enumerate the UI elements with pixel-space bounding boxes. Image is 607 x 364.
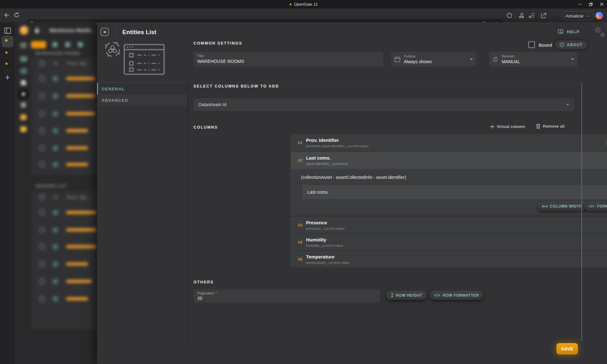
entity-widget-icon xyxy=(104,40,121,58)
back-icon[interactable] xyxy=(3,12,10,19)
virtual-column-button[interactable]: Virtual column xyxy=(490,124,525,129)
virtual-column-label: Virtual column xyxy=(497,124,525,129)
help-button[interactable]: ? HELP xyxy=(557,29,580,34)
pagination-value: 20 xyxy=(197,296,376,301)
copilot-icon[interactable] xyxy=(596,12,603,19)
required-mark: * xyxy=(216,291,217,295)
row-height-icon xyxy=(391,293,394,298)
select-columns-heading: SELECT COLUMNS BELOW TO ADD xyxy=(193,84,279,88)
remove-all-button[interactable]: Remove all xyxy=(536,124,565,129)
blurred-nav-icon xyxy=(19,90,28,99)
save-button[interactable]: SAVE xyxy=(556,343,578,355)
row-height-button[interactable]: ROW HEIGHT xyxy=(386,291,427,300)
column-card-4[interactable]: #4 Humidity humidity._current.value × xyxy=(291,234,607,250)
share-icon[interactable] xyxy=(540,12,547,19)
header-divider xyxy=(115,27,116,37)
formatter-tool-button[interactable]: </> FORMATTER TOOL xyxy=(584,202,607,211)
columns-heading: COLUMNS xyxy=(193,125,218,130)
about-label: ABOUT xyxy=(567,43,583,47)
column-title: Humidity xyxy=(306,237,343,242)
column-width-label: COLUMN WIDTH xyxy=(550,204,582,209)
screen: OpenGate 12 https://www.opengate.es/work… xyxy=(0,0,607,364)
workspace-title: Warehouse Workb... xyxy=(49,27,95,33)
code-icon: </> xyxy=(589,204,595,209)
column-card-5[interactable]: #5 Temperature temperature._current.valu… xyxy=(291,251,607,267)
toolbar-field[interactable]: Toolbar Always shown xyxy=(391,52,476,67)
refresh-caret-icon xyxy=(571,58,574,60)
sidebar-toggle-icon[interactable] xyxy=(4,27,11,34)
code-icon: </> xyxy=(434,293,440,298)
column-path: temperature._current.value xyxy=(306,261,349,264)
browser-toolbar: https://www.opengate.es/workspaces/_1754… xyxy=(0,9,607,22)
browser-menu-icon[interactable]: ⋯ xyxy=(586,13,591,18)
gears-icon xyxy=(593,26,606,39)
datastream-dropdown-value: Datastream Id xyxy=(199,102,226,107)
about-button[interactable]: ABOUT xyxy=(555,40,587,49)
browser-tab-3[interactable] xyxy=(5,63,8,65)
datastream-caret-icon xyxy=(567,104,569,106)
svg-text:?: ? xyxy=(561,32,562,34)
info-icon xyxy=(560,42,564,47)
boxed-checkbox[interactable] xyxy=(528,41,535,48)
column-title: Prov. Identifier xyxy=(306,137,369,143)
tabstrip-divider xyxy=(3,70,13,71)
trash-icon xyxy=(536,124,541,129)
close-button[interactable] xyxy=(596,0,607,9)
panel-divider xyxy=(187,82,188,341)
boxed-label: Boxed xyxy=(539,42,552,48)
modal-close-button[interactable] xyxy=(101,28,109,36)
scrollbar[interactable] xyxy=(581,83,582,341)
new-tab-icon[interactable] xyxy=(4,74,11,81)
list1-col-header: Prov. Ide... xyxy=(67,61,90,66)
section-divider xyxy=(97,82,581,82)
column-card-2[interactable]: #2 Last coms. asset.identifier._current.… xyxy=(291,152,607,169)
help-book-icon: ? xyxy=(557,29,564,34)
app-logo xyxy=(20,26,28,35)
column-path: humidity._current.value xyxy=(306,244,343,247)
minimize-button[interactable] xyxy=(575,0,586,9)
reload-icon[interactable] xyxy=(13,12,20,18)
formatter-tool-label: FORMATTER TOOL xyxy=(597,204,607,209)
others-heading: OTHERS xyxy=(193,280,214,284)
modal-title: Entities List xyxy=(122,29,156,36)
app-lock-icon xyxy=(34,27,40,33)
column-width-icon xyxy=(542,204,548,208)
browser-tab-2[interactable] xyxy=(5,52,8,54)
tab-title: OpenGate 12 xyxy=(294,2,318,7)
collections-icon[interactable] xyxy=(529,12,535,19)
vertical-tab-strip xyxy=(0,22,15,364)
refresh-field[interactable]: Refresh MANUAL xyxy=(489,52,577,67)
title-field-value: WAREHOUSE ROOMS xyxy=(197,59,379,64)
update-button[interactable]: Actualizar ⋯ xyxy=(562,11,594,20)
column-card-3[interactable]: #3 Presence presence._current.value × xyxy=(291,217,607,233)
essentials-icon[interactable] xyxy=(518,12,524,19)
tab-advanced[interactable]: ADVANCED xyxy=(97,94,187,106)
active-browser-tab[interactable] xyxy=(2,36,14,47)
browser-titlebar: OpenGate 12 xyxy=(0,0,607,9)
show-entity-actions-badge[interactable]: Show entity actions xyxy=(605,139,607,146)
toolbar-caret-icon xyxy=(470,58,473,60)
tab-advanced-label: ADVANCED xyxy=(101,98,128,103)
extensions-icon[interactable] xyxy=(506,13,513,19)
refresh-field-label: Refresh xyxy=(502,54,520,58)
blurred-nav-menu-icon xyxy=(20,43,27,44)
help-label: HELP xyxy=(567,29,580,34)
column-name-input[interactable]: Last coms. xyxy=(303,185,607,199)
column-path: asset.identifier._current.at xyxy=(306,162,348,166)
list2-title: SENSORS LIST xyxy=(35,184,67,188)
pagination-field[interactable]: Pagination * 20 xyxy=(193,289,380,302)
restore-button[interactable] xyxy=(586,0,596,9)
save-label: SAVE xyxy=(561,346,573,351)
datastream-dropdown[interactable]: Datastream Id xyxy=(193,98,574,111)
tab-general[interactable]: GENERAL xyxy=(97,83,187,94)
widget-config-modal: Entities List ? HELP COMMON SETTINGS Box… xyxy=(97,22,607,364)
column-title: Last coms. xyxy=(306,155,348,161)
column-width-button[interactable]: COLUMN WIDTH xyxy=(538,202,587,211)
column-index: #4 xyxy=(298,240,306,245)
row-formatter-label: ROW FORMATTER xyxy=(443,293,479,298)
column-card-1[interactable]: #1 Prov. Identifier provision.asset.iden… xyxy=(291,134,607,151)
toolbar-field-value: Always shown xyxy=(404,59,432,64)
row-formatter-button[interactable]: </> ROW FORMATTER xyxy=(430,291,483,300)
toolbar-divider xyxy=(515,13,515,18)
title-field[interactable]: Title WAREHOUSE ROOMS xyxy=(193,52,383,67)
